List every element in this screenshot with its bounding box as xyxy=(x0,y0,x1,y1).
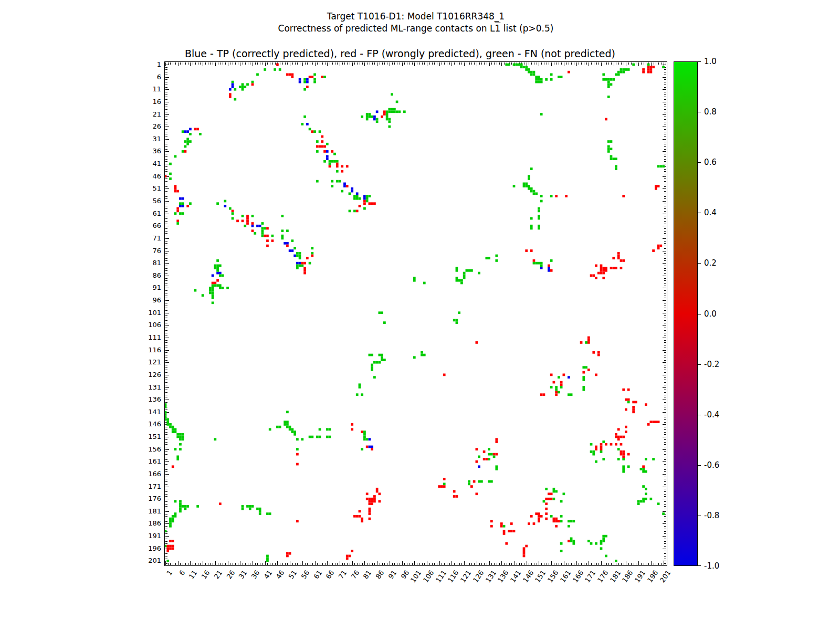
y-tick-label: 101 xyxy=(139,309,161,317)
x-tick-label: 126 xyxy=(472,569,486,584)
y-tick-label: 56 xyxy=(139,197,161,205)
x-tick-label: 41 xyxy=(262,569,274,581)
x-tick-label: 186 xyxy=(621,569,635,584)
x-tick-label: 86 xyxy=(375,569,386,581)
y-tick-label: 46 xyxy=(139,173,161,180)
y-tick-label: 6 xyxy=(139,74,161,81)
y-tick-label: 16 xyxy=(139,98,161,106)
colorbar-tick-mark xyxy=(698,213,701,213)
x-tick-label: 81 xyxy=(362,569,373,581)
colorbar-tick-mark xyxy=(698,516,701,516)
x-tick-label: 11 xyxy=(188,569,199,581)
y-tick-label: 91 xyxy=(139,284,161,291)
colorbar-gradient xyxy=(674,62,697,565)
y-tick-label: 36 xyxy=(139,148,161,155)
x-tick-label: 161 xyxy=(559,569,573,584)
y-tick-label: 26 xyxy=(139,123,161,130)
colorbar-tick-mark xyxy=(698,415,701,415)
x-tick-label: 191 xyxy=(634,569,647,584)
colorbar-tick-label: 0.8 xyxy=(704,107,717,117)
x-tick-label: 156 xyxy=(547,569,560,584)
y-tick-label: 106 xyxy=(139,321,161,329)
y-tick-label: 181 xyxy=(139,508,161,515)
figure: Target T1016-D1: Model T1016RR348_1 Corr… xyxy=(0,0,840,630)
y-tick-label: 116 xyxy=(139,346,161,354)
y-tick-label: 86 xyxy=(139,272,161,279)
axes-title-legend: Blue - TP (correctly predicted), red - F… xyxy=(149,48,652,59)
y-tick-label: 126 xyxy=(139,371,161,379)
y-tick-label: 61 xyxy=(139,210,161,217)
title-line2-prefix: Correctness of predicted ML-range contac… xyxy=(278,23,495,34)
colorbar-tick-label: -0.8 xyxy=(704,511,719,520)
x-tick-label: 201 xyxy=(658,569,672,584)
colorbar-tick-mark xyxy=(698,465,701,466)
x-tick-label: 166 xyxy=(571,569,585,584)
colorbar-tick-mark xyxy=(698,112,701,112)
colorbar-tick-label: -1.0 xyxy=(704,561,719,571)
x-tick-label: 71 xyxy=(338,569,349,581)
x-tick-label: 21 xyxy=(213,569,224,581)
colorbar-tick-mark xyxy=(698,565,701,566)
x-tick-label: 76 xyxy=(350,569,361,581)
y-tick-label: 156 xyxy=(139,446,161,453)
y-tick-label: 171 xyxy=(139,483,161,490)
contact-map-canvas xyxy=(165,62,667,565)
x-tick-label: 61 xyxy=(312,569,323,581)
x-tick-label: 196 xyxy=(646,569,660,584)
x-tick-label: 146 xyxy=(521,569,535,584)
colorbar-tick-mark xyxy=(698,314,701,314)
x-tick-label: 171 xyxy=(584,569,597,584)
colorbar-tick-label: 0.2 xyxy=(704,258,717,268)
y-tick-label: 176 xyxy=(139,495,161,502)
y-tick-label: 201 xyxy=(139,557,161,564)
y-tick-label: 151 xyxy=(139,433,161,440)
colorbar-tick-mark xyxy=(698,364,701,365)
x-tick-label: 101 xyxy=(410,569,423,584)
y-tick-label: 21 xyxy=(139,111,161,118)
colorbar-tick-label: -0.2 xyxy=(704,360,719,369)
y-tick-label: 111 xyxy=(139,334,161,341)
x-tick-label: 131 xyxy=(484,569,498,584)
title-line2-overlined: 1 xyxy=(495,23,501,34)
colorbar-tick-mark xyxy=(698,61,701,62)
x-tick-label: 26 xyxy=(225,569,236,581)
y-tick-label: 166 xyxy=(139,470,161,478)
y-tick-label: 71 xyxy=(139,235,161,242)
y-tick-label: 1 xyxy=(139,61,161,68)
x-tick-label: 116 xyxy=(447,569,460,584)
x-tick-label: 36 xyxy=(250,569,261,581)
y-tick-label: 191 xyxy=(139,532,161,540)
plot-area xyxy=(164,61,667,566)
y-tick-label: 136 xyxy=(139,396,161,403)
x-tick-label: 141 xyxy=(509,569,523,584)
figure-title-line1: Target T1016-D1: Model T1016RR348_1 xyxy=(164,10,667,23)
x-tick-label: 1 xyxy=(165,569,174,577)
x-tick-label: 56 xyxy=(300,569,311,581)
y-tick-label: 121 xyxy=(139,359,161,366)
colorbar-tick-mark xyxy=(698,263,701,264)
y-tick-label: 41 xyxy=(139,160,161,167)
y-tick-label: 11 xyxy=(139,86,161,93)
x-tick-label: 151 xyxy=(534,569,548,584)
y-tick-label: 76 xyxy=(139,247,161,255)
colorbar-tick-mark xyxy=(698,162,701,163)
title-line2-suffix: list (p>0.5) xyxy=(500,23,553,34)
x-tick-label: 121 xyxy=(459,569,473,584)
y-tick-label: 141 xyxy=(139,408,161,416)
x-tick-label: 136 xyxy=(497,569,510,584)
colorbar-tick-label: 1.0 xyxy=(704,57,717,66)
colorbar xyxy=(674,61,698,566)
x-tick-label: 106 xyxy=(422,569,436,584)
x-tick-label: 31 xyxy=(238,569,249,581)
figure-title-line2: Correctness of predicted ML-range contac… xyxy=(164,23,667,35)
colorbar-tick-label: -0.4 xyxy=(704,410,719,419)
x-tick-label: 111 xyxy=(434,569,448,584)
y-tick-label: 81 xyxy=(139,259,161,267)
y-tick-label: 146 xyxy=(139,421,161,428)
y-tick-label: 66 xyxy=(139,222,161,229)
colorbar-tick-label: -0.6 xyxy=(704,460,719,470)
x-tick-label: 6 xyxy=(178,569,186,577)
x-tick-label: 46 xyxy=(275,569,286,581)
x-tick-label: 51 xyxy=(288,569,299,581)
x-tick-label: 16 xyxy=(201,569,212,581)
